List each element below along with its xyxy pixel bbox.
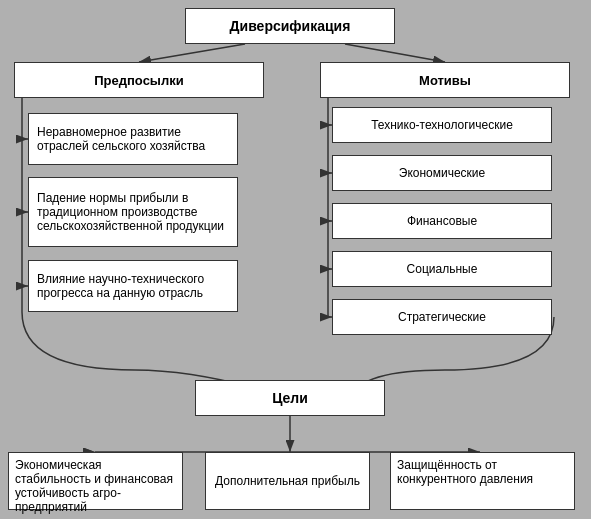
main-title-box: Диверсификация — [185, 8, 395, 44]
celi-box: Цели — [195, 380, 385, 416]
celi-label: Цели — [272, 390, 308, 406]
svg-line-1 — [139, 44, 245, 62]
bottom-item-2-box: Дополнительная прибыль — [205, 452, 370, 510]
right-item-3-box: Финансовые — [332, 203, 552, 239]
right-item-2-text: Экономические — [399, 166, 486, 180]
predposylki-box: Предпосылки — [14, 62, 264, 98]
right-item-1-text: Технико-технологические — [371, 118, 513, 132]
predposylki-label: Предпосылки — [94, 73, 183, 88]
motivy-box: Мотивы — [320, 62, 570, 98]
left-item-3-text: Влияние научно-технического прогресса на… — [37, 272, 229, 300]
bottom-item-1-text: Экономическая стабильность и финансовая … — [15, 458, 176, 514]
right-item-2-box: Экономические — [332, 155, 552, 191]
bottom-item-2-text: Дополнительная прибыль — [215, 474, 360, 488]
right-item-5-text: Стратегические — [398, 310, 486, 324]
right-item-1-box: Технико-технологические — [332, 107, 552, 143]
bottom-item-1-box: Экономическая стабильность и финансовая … — [8, 452, 183, 510]
right-item-5-box: Стратегические — [332, 299, 552, 335]
bottom-item-3-box: Защищённость от конкурентного давления — [390, 452, 575, 510]
left-item-1-box: Неравномерное развитие отраслей сельског… — [28, 113, 238, 165]
motivy-label: Мотивы — [419, 73, 471, 88]
right-item-4-box: Социальные — [332, 251, 552, 287]
left-item-2-text: Падение нормы прибыли в традиционном про… — [37, 191, 229, 233]
left-item-2-box: Падение нормы прибыли в традиционном про… — [28, 177, 238, 247]
left-item-1-text: Неравномерное развитие отраслей сельског… — [37, 125, 229, 153]
right-item-3-text: Финансовые — [407, 214, 477, 228]
bottom-item-3-text: Защищённость от конкурентного давления — [397, 458, 568, 486]
svg-line-2 — [345, 44, 445, 62]
left-item-3-box: Влияние научно-технического прогресса на… — [28, 260, 238, 312]
right-item-4-text: Социальные — [407, 262, 478, 276]
diagram: Диверсификация Предпосылки Мотивы Неравн… — [0, 0, 591, 519]
main-title-text: Диверсификация — [230, 18, 351, 34]
